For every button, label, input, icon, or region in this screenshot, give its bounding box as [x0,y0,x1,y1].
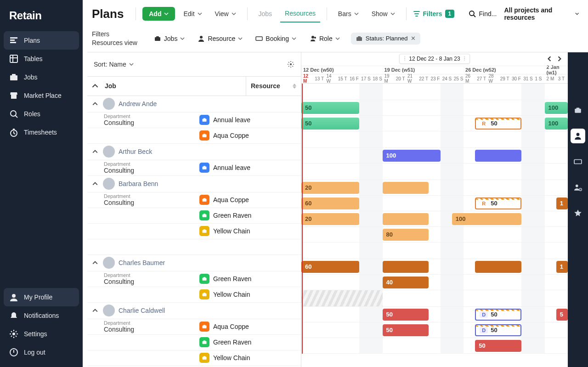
tab-jobs[interactable]: Jobs [254,7,277,20]
nav-settings[interactable]: Settings [4,325,79,343]
booking-bar[interactable]: R50 [475,198,521,209]
booking-bar[interactable]: 1 [556,198,568,209]
nav-market[interactable]: Market Place [4,86,79,105]
filter-chip-jobs[interactable]: Jobs [149,32,190,45]
svg-rect-23 [203,119,207,122]
filter-chip-resource[interactable]: Resource [193,32,247,45]
booking-bar[interactable]: 100 [452,213,521,225]
filter-chip-role[interactable]: Role [305,32,345,45]
add-button[interactable]: Add [142,7,175,21]
resource-row[interactable]: Charlie Caldwell [87,303,301,319]
booking-bar[interactable]: D50 [475,324,521,336]
booking-bar[interactable]: 100 [383,150,441,162]
booking-bar[interactable] [383,213,429,225]
booking-bar[interactable]: 5 [556,309,568,321]
menu-view[interactable]: View [210,7,241,20]
svg-rect-0 [10,37,17,39]
booking-bar[interactable]: 80 [383,229,429,241]
col-job[interactable]: Job [103,82,246,90]
sort-icon[interactable] [293,84,296,89]
gear-icon[interactable] [287,61,294,68]
collapse-toggle[interactable] [87,149,103,154]
booking-bar[interactable]: 60 [301,198,359,209]
booking-bar[interactable] [475,150,521,162]
chip-icon [198,35,205,42]
booking-bar[interactable]: 40 [383,277,429,288]
rail-briefcase-icon[interactable] [571,103,585,118]
avatar [103,257,115,269]
next-period[interactable] [557,56,562,62]
svg-rect-2 [10,42,16,43]
svg-rect-40 [204,325,206,326]
sort-dropdown[interactable]: Sort: Name [94,58,138,71]
nav-profile[interactable]: My Profile [4,288,79,306]
booking-bar[interactable] [383,182,429,194]
booking-bar[interactable]: 50 [383,324,429,336]
chevron-up-icon[interactable] [92,83,98,89]
status-chip[interactable]: Status: Planned ✕ [351,33,420,45]
date-range-pill[interactable]: ⦙ 12 Dec 22 - 8 Jan 23 ⦙ [399,54,469,64]
col-resource[interactable]: Resource [246,77,301,96]
rail-person-help-icon[interactable]: ? [571,180,585,195]
nav-jobs[interactable]: Jobs [4,68,79,86]
collapse-toggle[interactable] [87,181,103,186]
booking-bar[interactable]: 1 [556,261,568,273]
nav-plans[interactable]: Plans [4,31,79,50]
filters-button[interactable]: Filters 1 [413,10,455,18]
job-name: Aqua Coppe [213,196,249,203]
booking-bar[interactable]: 50 [301,102,359,114]
svg-rect-37 [203,294,207,296]
collapse-toggle[interactable] [87,101,103,107]
booking-bar[interactable] [383,261,429,273]
svg-rect-3 [10,55,17,62]
booking-bar[interactable]: R50 [475,118,521,130]
resource-name: Arthur Beck [119,148,152,155]
filter-chip-booking[interactable]: Booking [251,32,301,45]
chevron-down-icon [335,36,340,41]
svg-rect-29 [203,199,207,202]
job-icon [199,115,209,125]
booking-bar[interactable]: 60 [301,261,359,273]
menu-show[interactable]: Show [367,7,400,20]
chevron-down-icon [292,36,296,41]
svg-rect-9 [13,129,15,130]
day-label: 23 F [429,74,440,83]
resource-row[interactable]: Barbara Benn [87,176,301,192]
remove-chip-icon[interactable]: ✕ [411,35,416,42]
nav-roles[interactable]: Roles [4,105,79,123]
collapse-toggle[interactable] [87,308,103,313]
nav-logout[interactable]: Log out [4,343,79,361]
tab-resources[interactable]: Resources [280,7,320,23]
booking-bar[interactable]: 50 [301,118,359,130]
rail-ticket-icon[interactable] [571,154,585,169]
booking-bar[interactable]: 20 [301,213,359,225]
svg-rect-26 [204,134,206,135]
nav-timesheets[interactable]: Timesheets [4,123,79,141]
resource-row[interactable]: Andrew Ande [87,96,301,113]
booking-bar[interactable]: 100 [545,102,568,114]
nav-tables[interactable]: Tables [4,50,79,68]
booking-bar[interactable]: 50 [475,340,521,352]
nav-notifications[interactable]: Notifications [4,306,79,325]
job-icon [199,130,209,141]
projects-dropdown[interactable]: All projects and resources [504,6,579,21]
resource-name: Barbara Benn [119,180,158,187]
booking-bar[interactable]: 50 [383,309,429,321]
rail-star-icon[interactable] [571,206,585,220]
booking-bar[interactable]: 20 [301,182,359,194]
job-row: Yellow Chain [87,350,301,366]
rail-person-icon[interactable] [571,129,585,143]
booking-bar[interactable] [475,261,521,273]
prev-period[interactable] [547,56,552,62]
resource-row[interactable]: Arthur Beck [87,144,301,160]
job-row: DepartmentConsultingAnnual leave [87,160,301,176]
booking-bar[interactable]: 100 [545,118,568,130]
booking-bar[interactable]: D50 [475,309,521,321]
menu-edit[interactable]: Edit [179,7,206,20]
resource-row[interactable]: Charles Baumer [87,255,301,271]
menu-bars[interactable]: Bars [334,7,363,20]
find-button[interactable]: Find... [469,10,497,17]
svg-rect-14 [155,37,160,41]
collapse-toggle[interactable] [87,260,103,265]
topbar: Plans Add Edit View Jobs Resources Bars … [83,0,588,26]
